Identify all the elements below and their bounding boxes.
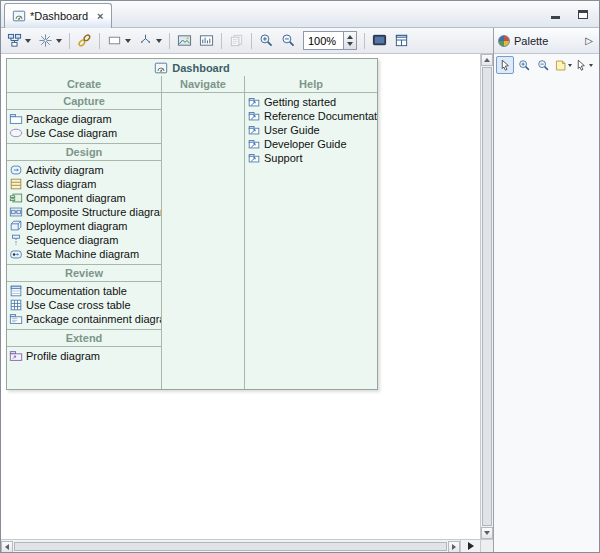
chevron-down-icon bbox=[125, 39, 131, 43]
tab-dashboard[interactable]: *Dashboard × bbox=[4, 3, 112, 28]
horizontal-scrollbar-thumb[interactable] bbox=[14, 542, 447, 551]
scrollbar-corner bbox=[480, 539, 493, 552]
package-containment-diagram-icon bbox=[9, 312, 23, 326]
vertical-scrollbar[interactable] bbox=[480, 54, 493, 539]
grid-window-icon bbox=[394, 33, 409, 48]
create-section-review: Review Documentation table Use Case cros… bbox=[7, 264, 161, 329]
shape-style-button[interactable] bbox=[104, 30, 134, 51]
diagram-canvas[interactable]: Dashboard Create Capture Package diagram bbox=[1, 54, 493, 552]
scroll-right-icon bbox=[452, 544, 456, 550]
link-button[interactable] bbox=[74, 30, 95, 51]
new-element-button[interactable] bbox=[35, 30, 65, 51]
horizontal-scrollbar[interactable] bbox=[1, 539, 460, 552]
create-item-documentation-table[interactable]: Documentation table bbox=[7, 284, 161, 298]
new-diagram-button[interactable] bbox=[4, 30, 34, 51]
create-item-package-containment-diagram[interactable]: Package containment diagram bbox=[7, 312, 161, 326]
create-item-state-machine-diagram[interactable]: State Machine diagram bbox=[7, 247, 161, 261]
window-controls bbox=[547, 6, 591, 22]
dashboard-help-column: Help Getting started Reference Documenta… bbox=[245, 76, 377, 389]
zoom-out-button[interactable] bbox=[278, 30, 299, 51]
toolbar-separator bbox=[99, 33, 100, 49]
item-label: Activity diagram bbox=[26, 164, 104, 176]
palette-zoom-in-tool[interactable] bbox=[515, 56, 533, 74]
pointer-icon bbox=[575, 59, 588, 72]
chevron-down-icon bbox=[568, 64, 572, 67]
dashboard-panel: Dashboard Create Capture Package diagram bbox=[6, 58, 378, 390]
design-section-header: Design bbox=[7, 143, 161, 161]
item-label: State Machine diagram bbox=[26, 248, 139, 260]
item-label: Use Case diagram bbox=[26, 127, 117, 139]
help-item-support[interactable]: Support bbox=[245, 151, 377, 165]
create-item-use-case-diagram[interactable]: Use Case diagram bbox=[7, 126, 161, 140]
tab-close-icon[interactable]: × bbox=[97, 11, 103, 21]
canvas-corner-flyout-button[interactable] bbox=[460, 539, 480, 552]
create-item-class-diagram[interactable]: Class diagram bbox=[7, 177, 161, 191]
snapshot-button[interactable] bbox=[196, 30, 217, 51]
note-tool[interactable] bbox=[553, 56, 573, 74]
minimize-icon bbox=[551, 16, 560, 19]
zoom-spinner[interactable] bbox=[343, 31, 357, 50]
item-label: Use Case cross table bbox=[26, 299, 131, 311]
zoom-level-combo[interactable]: 100% bbox=[303, 31, 357, 50]
zoom-in-icon bbox=[259, 33, 274, 48]
link-icon bbox=[77, 33, 92, 48]
minimize-button[interactable] bbox=[547, 6, 563, 22]
export-image-button[interactable] bbox=[174, 30, 195, 51]
palette-expand-icon[interactable]: ▷ bbox=[583, 35, 595, 46]
console-button[interactable] bbox=[369, 30, 390, 51]
zoom-in-icon bbox=[518, 59, 531, 72]
zoom-level-value[interactable]: 100% bbox=[303, 31, 343, 50]
deployment-diagram-icon bbox=[9, 219, 23, 233]
arrange-button[interactable] bbox=[135, 30, 165, 51]
toolbar-separator bbox=[221, 33, 222, 49]
help-item-user-guide[interactable]: User Guide bbox=[245, 123, 377, 137]
help-shortcut-icon bbox=[247, 109, 261, 123]
dashboard-title-text: Dashboard bbox=[172, 62, 229, 74]
palette-zoom-out-tool[interactable] bbox=[534, 56, 552, 74]
item-label: Support bbox=[264, 152, 303, 164]
create-item-deployment-diagram[interactable]: Deployment diagram bbox=[7, 219, 161, 233]
create-item-activity-diagram[interactable]: Activity diagram bbox=[7, 163, 161, 177]
scroll-right-button[interactable] bbox=[448, 541, 460, 553]
selection-menu-tool[interactable] bbox=[574, 56, 594, 74]
use-case-cross-table-icon bbox=[9, 298, 23, 312]
create-item-component-diagram[interactable]: Component diagram bbox=[7, 191, 161, 205]
palette-panel: Palette ▷ bbox=[493, 28, 599, 552]
create-item-profile-diagram[interactable]: Profile diagram bbox=[7, 349, 161, 363]
palette-body[interactable] bbox=[494, 76, 599, 552]
zoom-in-button[interactable] bbox=[256, 30, 277, 51]
spin-up-icon bbox=[347, 35, 353, 39]
item-label: Documentation table bbox=[26, 285, 127, 297]
scroll-down-button[interactable] bbox=[481, 527, 493, 539]
scroll-up-button[interactable] bbox=[481, 54, 493, 66]
outline-view-button[interactable] bbox=[391, 30, 412, 51]
palette-header[interactable]: Palette ▷ bbox=[494, 28, 599, 54]
item-label: Getting started bbox=[264, 96, 336, 108]
scroll-left-button[interactable] bbox=[1, 541, 13, 553]
select-tool[interactable] bbox=[496, 56, 514, 74]
copy-button bbox=[226, 30, 247, 51]
item-label: Reference Documentation bbox=[264, 110, 377, 122]
help-item-reference-documentation[interactable]: Reference Documentation bbox=[245, 109, 377, 123]
toolbar-separator bbox=[169, 33, 170, 49]
create-item-package-diagram[interactable]: Package diagram bbox=[7, 112, 161, 126]
help-item-getting-started[interactable]: Getting started bbox=[245, 95, 377, 109]
create-item-composite-structure-diagram[interactable]: Composite Structure diagram bbox=[7, 205, 161, 219]
help-shortcut-icon bbox=[247, 95, 261, 109]
help-item-developer-guide[interactable]: Developer Guide bbox=[245, 137, 377, 151]
sequence-diagram-icon bbox=[9, 233, 23, 247]
dashboard-create-column: Create Capture Package diagram Use Case … bbox=[7, 76, 162, 389]
navigate-header: Navigate bbox=[162, 76, 244, 93]
vertical-scrollbar-thumb[interactable] bbox=[482, 67, 492, 526]
dashboard-panel-title: Dashboard bbox=[7, 59, 377, 76]
dashboard-columns: Create Capture Package diagram Use Case … bbox=[7, 76, 377, 389]
create-item-sequence-diagram[interactable]: Sequence diagram bbox=[7, 233, 161, 247]
create-item-use-case-cross-table[interactable]: Use Case cross table bbox=[7, 298, 161, 312]
toolbar-separator bbox=[251, 33, 252, 49]
editor-tab-bar: *Dashboard × bbox=[1, 1, 599, 28]
item-label: Deployment diagram bbox=[26, 220, 128, 232]
maximize-button[interactable] bbox=[575, 6, 591, 22]
scroll-left-icon bbox=[5, 544, 9, 550]
screen-icon bbox=[372, 33, 387, 48]
capture-section-header: Capture bbox=[7, 93, 161, 110]
